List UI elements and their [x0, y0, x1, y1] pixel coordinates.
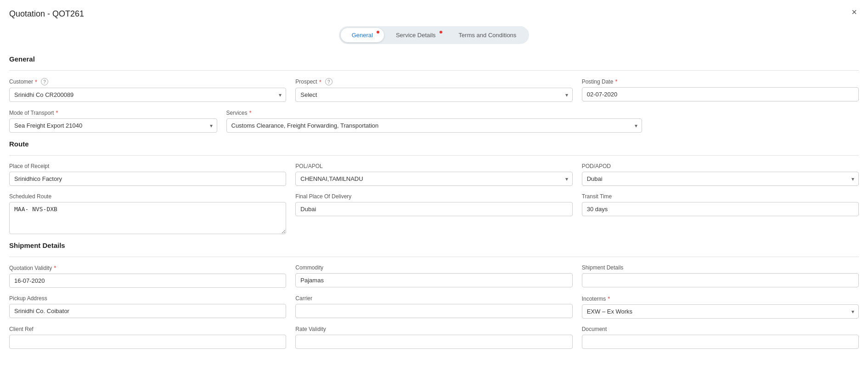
prospect-select-wrapper: Select: [295, 88, 572, 102]
pod-apod-select[interactable]: Dubai: [582, 172, 859, 186]
modal-title: Quotation - QOT261: [9, 9, 859, 19]
prospect-group: Prospect * ? Select: [295, 78, 572, 102]
pol-apol-group: POL/APOL CHENNAI,TAMILNADU: [295, 163, 572, 186]
carrier-input[interactable]: [295, 304, 572, 318]
content-area: General Customer * ? Srinidhi Co CR20008…: [9, 55, 859, 370]
general-tab-dot: [377, 31, 379, 34]
client-ref-group: Client Ref: [9, 326, 286, 349]
shipment-details-divider: [9, 257, 859, 257]
rate-validity-group: Rate Validity: [295, 326, 572, 349]
rate-validity-label: Rate Validity: [295, 326, 572, 332]
quotation-validity-label: Quotation Validity *: [9, 264, 286, 271]
pod-apod-group: POD/APOD Dubai: [582, 163, 859, 186]
incoterms-label: Incoterms *: [582, 295, 859, 302]
pol-apol-select-wrapper: CHENNAI,TAMILNADU: [295, 172, 572, 186]
incoterms-select-wrapper: EXW – Ex Works: [582, 304, 859, 319]
prospect-help-icon[interactable]: ?: [325, 78, 333, 85]
prospect-required: *: [319, 78, 321, 85]
carrier-label: Carrier: [295, 295, 572, 302]
mode-of-transport-required: *: [56, 109, 58, 116]
incoterms-required: *: [608, 295, 610, 302]
route-section-title: Route: [9, 140, 859, 148]
shipment-row-3: Client Ref Rate Validity Document: [9, 326, 859, 349]
place-of-receipt-group: Place of Receipt: [9, 163, 286, 186]
modal-container: × Quotation - QOT261 General Service Det…: [0, 0, 868, 370]
pod-apod-select-wrapper: Dubai: [582, 172, 859, 186]
shipment-details-section-title: Shipment Details: [9, 241, 859, 249]
shipment-details-field-label: Shipment Details: [582, 264, 859, 271]
incoterms-group: Incoterms * EXW – Ex Works: [582, 295, 859, 319]
commodity-group: Commodity: [295, 264, 572, 287]
carrier-group: Carrier: [295, 295, 572, 318]
client-ref-input[interactable]: [9, 335, 286, 349]
commodity-label: Commodity: [295, 264, 572, 271]
final-place-delivery-label: Final Place Of Delivery: [295, 193, 572, 200]
incoterms-select[interactable]: EXW – Ex Works: [582, 304, 859, 319]
posting-date-input[interactable]: [582, 87, 859, 101]
tabs-container: General Service Details Terms and Condit…: [9, 26, 859, 44]
route-row-1: Place of Receipt POL/APOL CHENNAI,TAMILN…: [9, 163, 859, 186]
mode-of-transport-select[interactable]: Sea Freight Export 21040: [9, 118, 217, 133]
pickup-address-input[interactable]: [9, 304, 286, 318]
services-group: Services * Customs Clearance, Freight Fo…: [226, 109, 642, 133]
route-row-2: Scheduled Route MAA- NVS-DXB Final Place…: [9, 193, 859, 234]
services-label: Services *: [226, 109, 642, 116]
quotation-validity-group: Quotation Validity *: [9, 264, 286, 288]
scheduled-route-textarea[interactable]: MAA- NVS-DXB: [9, 202, 286, 234]
shipment-row-2: Pickup Address Carrier Incoterms * EXW –…: [9, 295, 859, 319]
document-group: Document: [582, 326, 859, 349]
pickup-address-label: Pickup Address: [9, 295, 286, 302]
document-label: Document: [582, 326, 859, 332]
tab-service-details[interactable]: Service Details: [385, 28, 447, 42]
customer-required: *: [35, 78, 37, 85]
shipment-details-field-group: Shipment Details: [582, 264, 859, 287]
services-select[interactable]: Customs Clearance, Freight Forwarding, T…: [226, 118, 642, 133]
shipment-row-1: Quotation Validity * Commodity Shipment …: [9, 264, 859, 288]
client-ref-label: Client Ref: [9, 326, 286, 332]
transit-time-input[interactable]: [582, 202, 859, 216]
commodity-input[interactable]: [295, 273, 572, 287]
place-of-receipt-input[interactable]: [9, 172, 286, 186]
prospect-label: Prospect * ?: [295, 78, 572, 85]
customer-group: Customer * ? Srinidhi Co CR200089: [9, 78, 286, 102]
services-required: *: [249, 109, 252, 116]
posting-date-group: Posting Date *: [582, 78, 859, 101]
place-of-receipt-label: Place of Receipt: [9, 163, 286, 169]
prospect-select[interactable]: Select: [295, 88, 572, 102]
document-input[interactable]: [582, 335, 859, 349]
general-row-1: Customer * ? Srinidhi Co CR200089 Prospe…: [9, 78, 859, 102]
general-section-title: General: [9, 55, 859, 63]
final-place-delivery-input[interactable]: [295, 202, 572, 216]
scheduled-route-label: Scheduled Route: [9, 193, 286, 200]
customer-help-icon[interactable]: ?: [41, 78, 48, 85]
rate-validity-input[interactable]: [295, 335, 572, 349]
general-divider: [9, 70, 859, 71]
service-details-tab-dot: [440, 31, 442, 34]
mode-of-transport-label: Mode of Transport *: [9, 109, 217, 116]
customer-select[interactable]: Srinidhi Co CR200089: [9, 88, 286, 102]
final-place-delivery-group: Final Place Of Delivery: [295, 193, 572, 216]
general-row-2: Mode of Transport * Sea Freight Export 2…: [9, 109, 859, 133]
pod-apod-label: POD/APOD: [582, 163, 859, 169]
pol-apol-select[interactable]: CHENNAI,TAMILNADU: [295, 172, 572, 186]
quotation-validity-input[interactable]: [9, 274, 286, 288]
customer-select-wrapper: Srinidhi Co CR200089: [9, 88, 286, 102]
mode-of-transport-group: Mode of Transport * Sea Freight Export 2…: [9, 109, 217, 133]
tabs-group: General Service Details Terms and Condit…: [339, 26, 530, 44]
mode-of-transport-select-wrapper: Sea Freight Export 21040: [9, 118, 217, 133]
route-divider: [9, 155, 859, 156]
transit-time-group: Transit Time: [582, 193, 859, 216]
close-button[interactable]: ×: [851, 7, 857, 17]
posting-date-label: Posting Date *: [582, 78, 859, 85]
customer-label: Customer * ?: [9, 78, 286, 85]
pickup-address-group: Pickup Address: [9, 295, 286, 318]
scheduled-route-group: Scheduled Route MAA- NVS-DXB: [9, 193, 286, 234]
tab-general[interactable]: General: [341, 28, 384, 42]
shipment-details-field-input[interactable]: [582, 273, 859, 287]
quotation-validity-required: *: [54, 264, 56, 271]
transit-time-label: Transit Time: [582, 193, 859, 200]
posting-date-required: *: [615, 78, 617, 85]
tab-terms-and-conditions[interactable]: Terms and Conditions: [448, 28, 528, 42]
services-select-wrapper: Customs Clearance, Freight Forwarding, T…: [226, 118, 642, 133]
pol-apol-label: POL/APOL: [295, 163, 572, 169]
